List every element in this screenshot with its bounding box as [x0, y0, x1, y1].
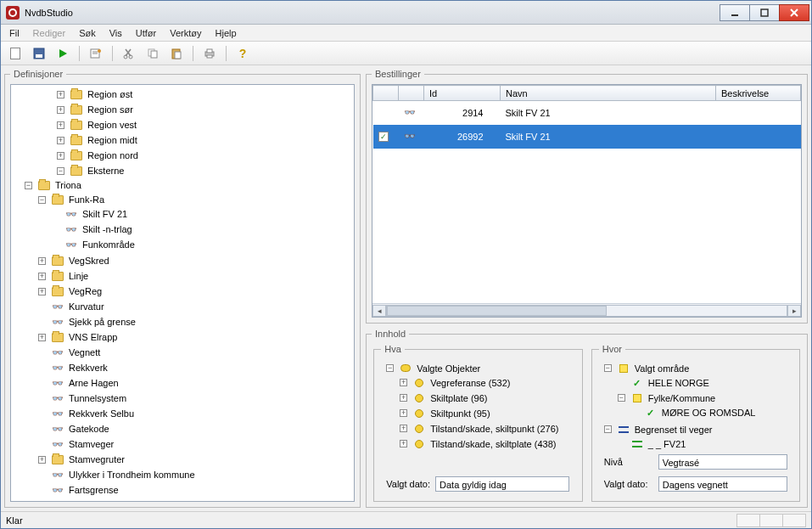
tree-item[interactable]: Region midt — [86, 133, 139, 147]
glasses-icon: 👓 — [51, 438, 64, 450]
hva-item[interactable]: Skiltplate (96) — [428, 391, 489, 405]
minimize-button[interactable] — [720, 4, 750, 21]
glasses-icon: 👓 — [51, 346, 64, 358]
menu-sok[interactable]: Søk — [74, 26, 101, 40]
collapse-icon[interactable]: − — [38, 196, 46, 204]
close-button[interactable] — [779, 4, 809, 21]
tree-item[interactable]: Linje — [67, 269, 90, 283]
hvor-valgt-dato-field[interactable]: Dagens vegnett — [658, 476, 787, 492]
copy-button[interactable] — [143, 44, 162, 63]
col-id[interactable]: Id — [424, 86, 501, 101]
tree-item[interactable]: Ulykker i Trondheim kommune — [67, 468, 197, 481]
expand-icon[interactable]: + — [57, 106, 64, 114]
expand-icon[interactable]: + — [57, 91, 64, 98]
cut-button[interactable] — [120, 44, 138, 63]
hva-item[interactable]: Tilstand/skade, skiltpunkt (276) — [428, 422, 560, 436]
menu-rediger[interactable]: Rediger — [28, 26, 71, 40]
maximize-button[interactable] — [749, 4, 780, 21]
tree-item[interactable]: Vegnett — [67, 346, 102, 359]
menu-utfor[interactable]: Utfør — [131, 26, 161, 40]
expand-icon[interactable]: + — [400, 379, 407, 386]
tree-item[interactable]: Eksterne — [86, 164, 126, 177]
tree-item[interactable]: Funkområde — [81, 238, 137, 251]
tree-item[interactable]: Arne Hagen — [67, 376, 120, 390]
tree-item[interactable]: Sjekk på grense — [67, 315, 137, 329]
hvor-item[interactable]: _ _ FV21 — [647, 437, 688, 451]
expand-icon[interactable]: + — [400, 409, 407, 417]
hvor-item[interactable]: Fylke/Kommune — [647, 391, 717, 405]
col-check[interactable] — [373, 86, 399, 101]
tree-item[interactable]: Kurvatur — [67, 300, 106, 313]
tree-item[interactable]: Triona — [53, 178, 83, 192]
menu-fil[interactable]: Fil — [4, 26, 25, 40]
hvor-item[interactable]: Begrenset til veger — [633, 423, 714, 436]
collapse-icon[interactable]: − — [604, 364, 612, 372]
paste-button[interactable] — [167, 44, 186, 63]
col-navn[interactable]: Navn — [501, 86, 716, 101]
tree-item[interactable]: VegSkred — [67, 254, 111, 267]
save-button[interactable] — [30, 44, 48, 63]
tree-item[interactable]: Gatekode — [67, 422, 111, 436]
menu-verktoy[interactable]: Verktøy — [165, 26, 206, 40]
tree-item[interactable]: Region vest — [86, 118, 138, 132]
tree-item[interactable]: Region øst — [86, 87, 134, 101]
expand-icon[interactable]: + — [400, 425, 407, 432]
collapse-icon[interactable]: − — [386, 364, 394, 372]
col-beskrivelse[interactable]: Beskrivelse — [716, 86, 801, 101]
hva-root[interactable]: Valgte Objekter — [415, 362, 482, 375]
tree-item[interactable]: Rekkverk — [67, 361, 109, 374]
tree-item[interactable]: Region sør — [86, 103, 135, 116]
new-button[interactable] — [6, 44, 25, 63]
collapse-icon[interactable]: − — [618, 394, 625, 402]
tree-item[interactable]: VNS Elrapp — [67, 330, 119, 344]
table-row[interactable]: 👓 2914 Skilt FV 21 — [373, 101, 801, 125]
horizontal-scrollbar[interactable]: ◂▸ — [372, 303, 801, 317]
tree-item[interactable]: Skilt FV 21 — [81, 207, 129, 221]
expand-icon[interactable]: + — [57, 152, 64, 160]
tree-item[interactable]: VegReg — [67, 284, 104, 298]
tree-item[interactable]: Skilt -n-trlag — [81, 222, 134, 236]
expand-icon[interactable]: + — [38, 456, 46, 464]
hvor-item[interactable]: MØRE OG ROMSDAL — [660, 406, 758, 419]
svg-marker-6 — [59, 49, 67, 58]
tree-item[interactable]: Tunnelsystem — [67, 391, 128, 405]
expand-icon[interactable]: + — [400, 394, 407, 402]
hva-item[interactable]: Vegreferanse (532) — [428, 376, 512, 390]
expand-icon[interactable]: + — [57, 121, 64, 129]
expand-icon[interactable]: + — [38, 334, 46, 341]
expand-icon[interactable]: + — [57, 137, 64, 144]
collapse-icon[interactable]: − — [57, 167, 64, 175]
tree-item[interactable]: Rekkverk Selbu — [67, 407, 136, 420]
menu-vis[interactable]: Vis — [104, 26, 127, 40]
print-button[interactable] — [200, 44, 219, 63]
expand-icon[interactable]: + — [38, 257, 46, 265]
hvor-item[interactable]: Valgt område — [633, 362, 692, 375]
svg-point-10 — [98, 49, 101, 53]
hvor-valgt-dato-label: Valgt dato: — [604, 479, 653, 489]
run-button[interactable] — [53, 44, 72, 63]
properties-button[interactable] — [87, 44, 105, 63]
menu-hjelp[interactable]: Hjelp — [210, 26, 242, 40]
collapse-icon[interactable]: − — [25, 182, 32, 189]
help-button[interactable]: ? — [233, 44, 252, 63]
table-row-selected[interactable]: ✓ 👓 26992 Skilt FV 21 — [373, 125, 801, 149]
definisjoner-tree[interactable]: +Region øst +Region sør +Region vest +Re… — [10, 84, 355, 502]
niva-field[interactable]: Vegtrasé — [658, 454, 787, 470]
valgt-dato-field[interactable]: Data gyldig idag — [435, 476, 569, 492]
hva-item[interactable]: Tilstand/skade, skiltplate (438) — [428, 437, 557, 451]
tree-item[interactable]: Stamveger — [67, 437, 115, 451]
glasses-icon: 👓 — [51, 362, 64, 374]
hva-item[interactable]: Skiltpunkt (95) — [428, 407, 491, 420]
tree-item[interactable]: Stamvegruter — [67, 453, 126, 466]
expand-icon[interactable]: + — [38, 288, 46, 295]
statusbar: Klar — [1, 511, 811, 528]
hvor-item[interactable]: HELE NORGE — [647, 376, 711, 390]
col-icon[interactable] — [399, 86, 424, 101]
expand-icon[interactable]: + — [400, 440, 407, 447]
tree-item[interactable]: Fartsgrense — [67, 483, 120, 497]
tree-item[interactable]: Funk-Ra — [67, 193, 106, 206]
checkbox-icon[interactable]: ✓ — [378, 132, 389, 142]
collapse-icon[interactable]: − — [604, 425, 612, 433]
tree-item[interactable]: Region nord — [86, 149, 140, 162]
expand-icon[interactable]: + — [38, 273, 46, 280]
